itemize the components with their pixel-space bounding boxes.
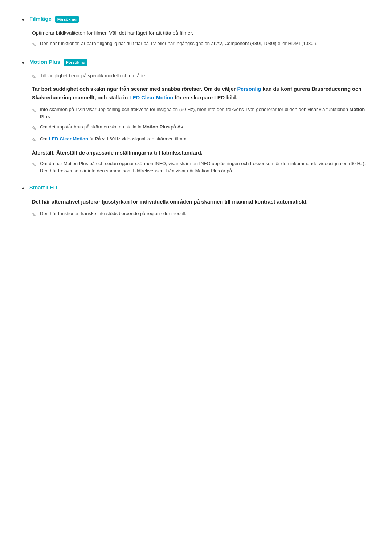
motionplus-note-text-2: Om det uppstår brus på skärmen ska du st… [40, 123, 184, 131]
motionplus-note-2: Om det uppstår brus på skärmen ska du st… [32, 123, 370, 132]
led-clear-motion-link: LED Clear Motion [129, 95, 173, 100]
pencil-icon-mp3 [32, 136, 36, 144]
motionplus-note-text-1: Info-skärmen på TV:n visar upplösning oc… [40, 106, 370, 120]
motionplus-note-1: Info-skärmen på TV:n visar upplösning oc… [32, 106, 370, 120]
pencil-icon-mp1 [32, 107, 36, 115]
smartled-bullet-row: • Smart LED [22, 183, 370, 194]
motionplus-note-3: Om LED Clear Motion är På vid 60Hz video… [32, 135, 370, 144]
pencil-icon-sl1 [32, 211, 36, 219]
pencil-icon-reset [32, 161, 36, 169]
motionplus-section: • Motion Plus Försök nu Tillgänglighet b… [22, 58, 370, 175]
reset-word: Återställ [32, 150, 53, 156]
filmage-title: Filmläge [29, 16, 52, 22]
pencil-icon-avail [32, 73, 36, 81]
bullet-dot-2: • [22, 57, 24, 69]
led-clear-motion-ref: LED Clear Motion [49, 136, 88, 141]
reset-note: Om du har Motion Plus på och sedan öppna… [32, 160, 370, 175]
motionplus-bullet-row: • Motion Plus Försök nu [22, 58, 370, 69]
personlig-link: Personlig [237, 86, 261, 92]
smartled-body: Det här alternativet justerar ljusstyrka… [32, 198, 370, 206]
smartled-note-1: Den här funktionen kanske inte stöds ber… [32, 210, 370, 219]
filmage-section: • Filmläge Försök nu Optimerar bildkvali… [22, 15, 370, 49]
reset-label: Återställ: Återställ de anpassade instäl… [32, 149, 370, 157]
motionplus-bold-ref: Motion Plus [40, 107, 365, 119]
smartled-title: Smart LED [29, 184, 57, 190]
smartled-header: Smart LED [29, 183, 57, 192]
av-bold: Av [177, 124, 183, 130]
filmage-bullet-row: • Filmläge Försök nu [22, 15, 370, 25]
bullet-dot: • [22, 14, 24, 25]
filmage-note-1: Den här funktionen är bara tillgänglig n… [32, 40, 370, 49]
reset-note-text: Om du har Motion Plus på och sedan öppna… [40, 160, 370, 175]
motionplus-avail-text: Tillgänglighet beror på specifik modell … [40, 72, 146, 79]
filmage-badge[interactable]: Försök nu [55, 16, 79, 23]
motionplus-note-text-3: Om LED Clear Motion är På vid 60Hz video… [40, 135, 188, 143]
smartled-note-text-1: Den här funktionen kanske inte stöds ber… [40, 210, 187, 217]
motionplus-title: Motion Plus [29, 59, 60, 65]
filmage-note-text-1: Den här funktionen är bara tillgänglig n… [40, 40, 317, 47]
motionplus-availability-note: Tillgänglighet beror på specifik modell … [32, 72, 370, 81]
pencil-icon [32, 41, 36, 49]
pencil-icon-mp2 [32, 124, 36, 132]
motionplus-bold-2: Motion Plus [143, 124, 170, 130]
reset-colon-text: : Återställ de anpassade inställningarna… [53, 150, 203, 156]
bullet-dot-3: • [22, 182, 24, 194]
filmage-description: Optimerar bildkvaliteten för filmer. Väl… [32, 29, 370, 37]
motionplus-body: Tar bort suddighet och skakningar från s… [32, 85, 370, 102]
smartled-section: • Smart LED Det här alternativet justera… [22, 183, 370, 219]
filmage-header: Filmläge Försök nu [29, 15, 79, 23]
pa-bold: På [95, 136, 101, 141]
motionplus-header: Motion Plus Försök nu [29, 58, 87, 66]
motionplus-badge[interactable]: Försök nu [64, 59, 87, 66]
